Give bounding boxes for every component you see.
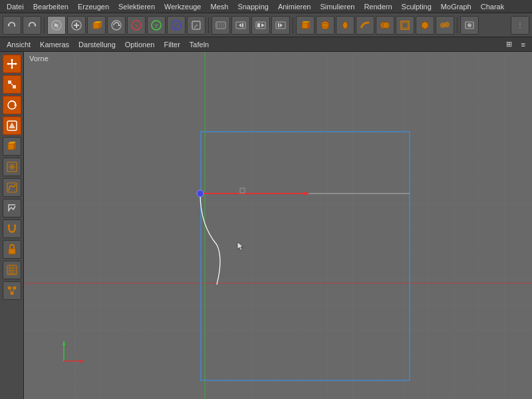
svg-rect-24 — [242, 23, 243, 27]
sidebar-grid-btn[interactable] — [3, 261, 21, 279]
rotate-button[interactable] — [107, 16, 126, 35]
svg-marker-44 — [7, 63, 9, 65]
view-menu-optionen[interactable]: Optionen — [121, 40, 159, 49]
svg-marker-42 — [11, 59, 13, 61]
view-menu-filter[interactable]: Filter — [160, 40, 184, 49]
menu-snapping[interactable]: Snapping — [233, 2, 273, 11]
menu-datei[interactable]: Datei — [3, 2, 28, 11]
svg-marker-43 — [11, 67, 13, 69]
sidebar-rotate-btn[interactable] — [3, 96, 21, 114]
mirror-y-button[interactable]: Y — [147, 16, 166, 35]
main-toolbar: X Y Z ⤢ — [0, 13, 532, 37]
next-frame-button[interactable] — [271, 16, 290, 35]
menu-animieren[interactable]: Animieren — [274, 2, 315, 11]
view-menu-bar: Ansicht Kameras Darstellung Optionen Fil… — [0, 37, 532, 52]
sep4 — [457, 17, 458, 33]
svg-rect-30 — [302, 23, 308, 29]
svg-marker-37 — [422, 21, 428, 29]
record-button[interactable] — [251, 16, 270, 35]
cube-obj-button[interactable] — [296, 16, 315, 35]
svg-point-34 — [383, 22, 390, 29]
svg-rect-36 — [402, 23, 408, 28]
viewport[interactable]: Vorne — [24, 52, 532, 399]
svg-rect-74 — [24, 52, 532, 399]
sidebar-magnet-btn[interactable] — [3, 219, 21, 238]
svg-rect-53 — [8, 144, 14, 150]
sidebar-lock-btn[interactable] — [3, 240, 21, 259]
svg-rect-61 — [9, 249, 15, 254]
menu-simulieren[interactable]: Simulieren — [316, 2, 358, 11]
sidebar-spline-btn[interactable] — [3, 158, 21, 176]
view-options-button[interactable]: ≡ — [517, 40, 529, 49]
sweep-button[interactable] — [356, 16, 374, 35]
boole-button[interactable] — [376, 16, 394, 35]
menu-charak[interactable]: Charak — [477, 2, 508, 11]
svg-rect-29 — [278, 23, 279, 27]
viewport-grid — [24, 52, 532, 399]
add-object-button[interactable] — [67, 16, 86, 35]
svg-text:Y: Y — [154, 23, 158, 29]
svg-marker-28 — [280, 23, 283, 27]
pan-button[interactable]: ⤢ — [187, 16, 205, 35]
menu-mesh[interactable]: Mesh — [206, 2, 232, 11]
svg-marker-8 — [118, 24, 120, 26]
sidebar-nurbs-btn[interactable] — [3, 178, 21, 197]
sep3 — [293, 17, 293, 33]
lathe-button[interactable] — [336, 16, 354, 35]
prev-frame-button[interactable] — [231, 16, 250, 35]
sidebar-tool8-btn[interactable] — [3, 199, 21, 217]
menu-werkzeuge[interactable]: Werkzeuge — [160, 2, 205, 11]
cube-button[interactable] — [87, 16, 106, 35]
menu-bearbeiten[interactable]: Bearbeiten — [29, 2, 72, 11]
sphere-button[interactable] — [316, 16, 334, 35]
select-tool-button[interactable] — [47, 16, 66, 35]
svg-text:Z: Z — [174, 23, 178, 29]
menu-sculpting[interactable]: Sculpting — [398, 2, 436, 11]
undo-button[interactable] — [3, 16, 21, 35]
menu-selektieren[interactable]: Selektieren — [114, 2, 159, 11]
svg-text:X: X — [134, 23, 138, 29]
sidebar-tool4-btn[interactable] — [3, 116, 21, 135]
sidebar-move-btn[interactable] — [3, 55, 21, 73]
view-menu-ansicht[interactable]: Ansicht — [3, 40, 35, 49]
mirror-x-button[interactable]: X — [127, 16, 146, 35]
view-menu-darstellung[interactable]: Darstellung — [74, 40, 120, 49]
left-sidebar — [0, 52, 24, 399]
svg-point-39 — [444, 22, 450, 27]
menu-rendern[interactable]: Rendern — [360, 2, 396, 11]
svg-point-82 — [197, 190, 203, 197]
main-area: Vorne — [0, 52, 532, 399]
svg-rect-47 — [13, 85, 16, 88]
sidebar-tool12-btn[interactable] — [3, 281, 21, 300]
mirror-z-button[interactable]: Z — [167, 16, 186, 35]
svg-point-41 — [467, 23, 471, 27]
svg-rect-26 — [257, 23, 260, 27]
sidebar-scale-btn[interactable] — [3, 75, 21, 94]
ngon-button[interactable] — [416, 16, 434, 35]
svg-rect-6 — [93, 23, 99, 29]
svg-point-31 — [321, 21, 329, 29]
svg-marker-23 — [239, 23, 241, 27]
svg-text:⤢: ⤢ — [194, 23, 198, 29]
menu-mograph[interactable]: MoGraph — [437, 2, 475, 11]
sidebar-cube-btn[interactable] — [3, 137, 21, 156]
svg-line-48 — [11, 84, 13, 85]
view-menu-tafeln[interactable]: Tafeln — [186, 40, 213, 49]
svg-marker-52 — [9, 122, 15, 128]
metaball-button[interactable] — [436, 16, 454, 35]
svg-rect-46 — [8, 80, 11, 84]
keyframe-button[interactable] — [211, 16, 230, 35]
subdiv-button[interactable] — [396, 16, 414, 35]
view-menu-kameras[interactable]: Kameras — [36, 40, 73, 49]
expand-panels-button[interactable]: ⊞ — [502, 39, 516, 49]
svg-marker-45 — [15, 63, 17, 65]
redo-button[interactable] — [23, 16, 41, 35]
menu-bar: Datei Bearbeiten Erzeugen Selektieren We… — [0, 0, 532, 13]
live-button[interactable] — [460, 16, 479, 35]
sep1 — [44, 17, 45, 33]
expand-right-button[interactable]: ⋮ — [511, 16, 529, 35]
sep2 — [208, 17, 209, 33]
menu-erzeugen[interactable]: Erzeugen — [74, 2, 113, 11]
